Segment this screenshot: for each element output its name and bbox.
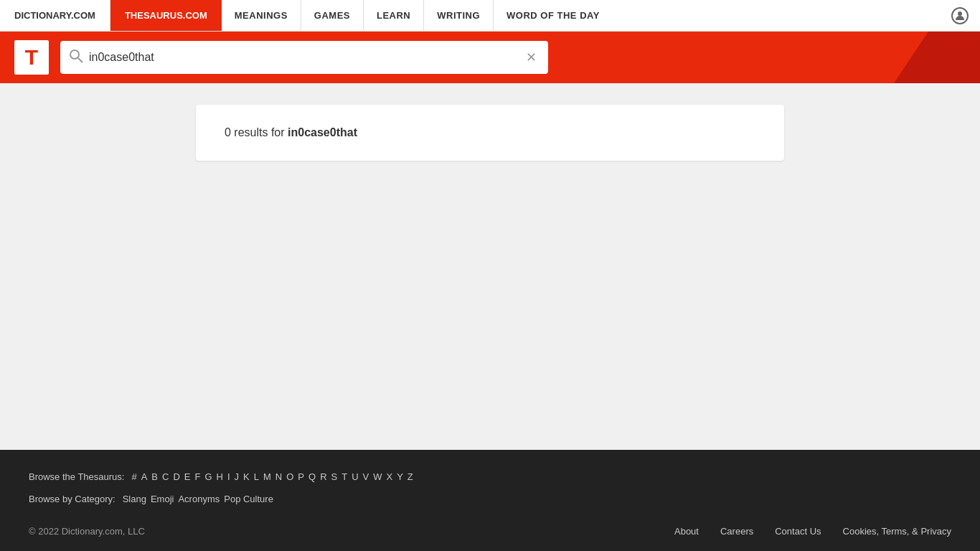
results-message: 0 results for in0case0that bbox=[225, 126, 755, 139]
footer-letter-x[interactable]: X bbox=[387, 471, 393, 482]
footer-letter-m[interactable]: M bbox=[263, 471, 271, 482]
browse-thesaurus-label: Browse the Thesaurus: bbox=[29, 471, 124, 482]
main-content: 0 results for in0case0that bbox=[0, 83, 980, 450]
results-card: 0 results for in0case0that bbox=[196, 105, 784, 161]
footer-bottom-bar: © 2022 Dictionary.com, LLC About Careers… bbox=[29, 526, 951, 537]
footer-legal-links: About Careers Contact Us Cookies, Terms,… bbox=[674, 526, 951, 537]
header-accent bbox=[894, 32, 980, 83]
site-footer: Browse the Thesaurus: # A B C D E F G H … bbox=[0, 450, 980, 551]
nav-meanings[interactable]: MEANINGS bbox=[222, 0, 301, 31]
footer-letter-v[interactable]: V bbox=[363, 471, 369, 482]
footer-letter-g[interactable]: G bbox=[204, 471, 212, 482]
footer-letter-r[interactable]: R bbox=[320, 471, 326, 482]
footer-cat-pop-culture[interactable]: Pop Culture bbox=[224, 494, 273, 504]
footer-about-link[interactable]: About bbox=[674, 526, 699, 537]
footer-letter-h[interactable]: H bbox=[217, 471, 223, 482]
footer-letter-z[interactable]: Z bbox=[407, 471, 413, 482]
footer-letter-c[interactable]: C bbox=[162, 471, 169, 482]
footer-cat-emoji[interactable]: Emoji bbox=[151, 494, 174, 504]
footer-letter-q[interactable]: Q bbox=[308, 471, 316, 482]
footer-cat-slang[interactable]: Slang bbox=[123, 494, 146, 504]
footer-letter-a[interactable]: A bbox=[141, 471, 148, 482]
user-account-button[interactable] bbox=[940, 0, 980, 31]
footer-letter-s[interactable]: S bbox=[331, 471, 338, 482]
nav-learn[interactable]: LEARN bbox=[364, 0, 424, 31]
search-clear-button[interactable]: ✕ bbox=[523, 47, 540, 68]
search-box-container: ✕ bbox=[60, 41, 548, 74]
svg-line-2 bbox=[78, 58, 83, 62]
footer-letter-l[interactable]: L bbox=[254, 471, 259, 482]
footer-letter-u[interactable]: U bbox=[352, 471, 358, 482]
top-navigation: DICTIONARY.COM THESAURUS.COM MEANINGS GA… bbox=[0, 0, 980, 32]
search-header: T ✕ bbox=[0, 32, 980, 83]
footer-letter-k[interactable]: K bbox=[243, 471, 250, 482]
svg-point-0 bbox=[958, 11, 962, 16]
svg-point-1 bbox=[70, 50, 79, 59]
footer-letter-b[interactable]: B bbox=[151, 471, 158, 482]
footer-letter-f[interactable]: F bbox=[194, 471, 200, 482]
footer-letter-o[interactable]: O bbox=[286, 471, 293, 482]
copyright-text: © 2022 Dictionary.com, LLC bbox=[29, 526, 145, 537]
nav-games[interactable]: GAMES bbox=[301, 0, 364, 31]
results-count-text: 0 results for bbox=[225, 126, 288, 138]
footer-careers-link[interactable]: Careers bbox=[720, 526, 753, 537]
browse-category-label: Browse by Category: bbox=[29, 494, 116, 504]
footer-letter-y[interactable]: Y bbox=[397, 471, 403, 482]
footer-letter-w[interactable]: W bbox=[373, 471, 382, 482]
footer-letter-i[interactable]: I bbox=[227, 471, 230, 482]
user-avatar-icon bbox=[951, 7, 969, 24]
nav-word-of-the-day[interactable]: WORD OF THE DAY bbox=[494, 0, 613, 31]
footer-letter-e[interactable]: E bbox=[184, 471, 191, 482]
thesaurus-nav-link[interactable]: THESAURUS.COM bbox=[110, 0, 222, 31]
footer-letter-t[interactable]: T bbox=[341, 471, 347, 482]
nav-links-container: MEANINGS GAMES LEARN WRITING WORD OF THE… bbox=[222, 0, 940, 31]
dictionary-nav-link[interactable]: DICTIONARY.COM bbox=[0, 0, 110, 31]
site-logo[interactable]: T bbox=[14, 40, 49, 75]
browse-category-section: Browse by Category: Slang Emoji Acronyms… bbox=[29, 494, 951, 504]
footer-cat-acronyms[interactable]: Acronyms bbox=[178, 494, 220, 504]
browse-thesaurus-section: Browse the Thesaurus: # A B C D E F G H … bbox=[29, 471, 951, 482]
footer-contact-link[interactable]: Contact Us bbox=[775, 526, 821, 537]
nav-writing[interactable]: WRITING bbox=[424, 0, 494, 31]
footer-cookies-link[interactable]: Cookies, Terms, & Privacy bbox=[843, 526, 951, 537]
footer-letter-n[interactable]: N bbox=[275, 471, 282, 482]
footer-letter-p[interactable]: P bbox=[298, 471, 304, 482]
footer-letter-j[interactable]: J bbox=[235, 471, 240, 482]
results-query-word: in0case0that bbox=[288, 126, 357, 138]
footer-letter-hash[interactable]: # bbox=[131, 471, 136, 482]
search-icon bbox=[69, 49, 83, 67]
footer-letter-d[interactable]: D bbox=[173, 471, 179, 482]
search-input[interactable] bbox=[89, 51, 523, 64]
